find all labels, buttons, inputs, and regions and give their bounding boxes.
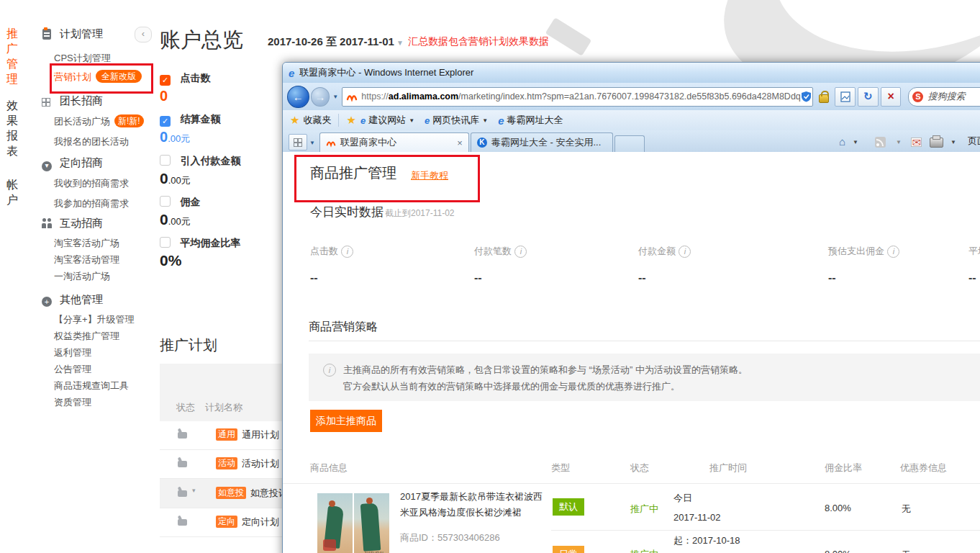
- forward-button[interactable]: →: [311, 87, 330, 107]
- ie-titlebar[interactable]: e 联盟商家中心 - Windows Internet Explorer: [283, 63, 980, 83]
- vnav-item-promotion-manage[interactable]: 推广管理: [6, 26, 19, 86]
- menu-group-leader-recruit[interactable]: 团长招商: [60, 94, 103, 108]
- stop-button[interactable]: ×: [881, 87, 902, 107]
- web-slices-icon: e: [425, 115, 430, 126]
- plans-section-title: 推广计划: [160, 336, 217, 355]
- close-tab-icon[interactable]: ×: [457, 138, 463, 148]
- menu-item-joined-demands[interactable]: 我参加的招商需求: [54, 197, 129, 210]
- plan-name[interactable]: 通用计划: [242, 428, 279, 441]
- column-commission-rate: 佣金比率: [825, 462, 862, 475]
- menu-item-taobaoke-activity-manage[interactable]: 淘宝客活动管理: [54, 253, 119, 266]
- checkbox-settlement[interactable]: ✓: [160, 116, 171, 127]
- home-caret-icon[interactable]: ▼: [853, 139, 858, 145]
- promo-time-line2: 2017-11-02: [673, 512, 721, 523]
- menu-item-rebate-manage[interactable]: 返利管理: [54, 346, 91, 359]
- suggested-sites-button[interactable]: 建议网站: [368, 114, 406, 127]
- product-image[interactable]: ~NATURAL~: [317, 493, 389, 553]
- metric-label-commission: 佣金: [180, 196, 200, 207]
- info-icon[interactable]: i: [679, 246, 691, 258]
- product-title[interactable]: 2017夏季最新长款吊带连衣裙波西米亚风格海边度假长裙沙滩裙: [400, 489, 543, 521]
- info-icon[interactable]: i: [341, 246, 353, 258]
- tab-alliance-center[interactable]: 联盟商家中心 ×: [319, 132, 469, 152]
- column-coupon-info: 优惠券信息: [900, 462, 947, 475]
- info-icon[interactable]: i: [887, 246, 899, 258]
- stat-value: --: [828, 271, 836, 284]
- thumb-up-icon[interactable]: [178, 432, 187, 439]
- menu-item-announcement-manage[interactable]: 公告管理: [54, 363, 91, 376]
- refresh-button[interactable]: ↻: [858, 87, 879, 107]
- menu-item-rights-promotion[interactable]: 权益类推广管理: [54, 330, 119, 343]
- status-promoting: 推广中: [630, 503, 658, 516]
- today-data-title: 今日实时数据: [310, 204, 384, 220]
- duba-site-button[interactable]: 毒霸网址大全: [507, 114, 563, 127]
- page-menu-button[interactable]: 页面: [968, 135, 980, 148]
- mail-icon[interactable]: ✉: [911, 138, 922, 147]
- url-scheme: https://: [361, 91, 389, 102]
- home-icon[interactable]: ⌂: [839, 135, 845, 148]
- menu-group-interactive-recruit[interactable]: 互动招商: [60, 217, 103, 230]
- url-path: /marketing/index.htm?spm=a21an.7676007.1…: [458, 91, 801, 102]
- quick-tabs-button[interactable]: [289, 134, 307, 150]
- recent-pages-caret-icon[interactable]: ▼: [332, 94, 338, 100]
- metric-value-settlement: 0.00元: [160, 129, 190, 145]
- duba-site-icon: e: [498, 114, 504, 127]
- compatibility-view-button[interactable]: [835, 87, 856, 107]
- web-slices-button[interactable]: 网页快讯库: [432, 114, 479, 127]
- new-tab-stub[interactable]: [614, 135, 645, 152]
- add-favorite-star-icon[interactable]: ★: [346, 114, 355, 127]
- sidebar-collapse-button[interactable]: ‹: [135, 27, 152, 42]
- menu-item-violation-query-tool[interactable]: 商品违规查询工具: [54, 379, 129, 392]
- search-box[interactable]: S 搜狗搜索: [908, 87, 980, 107]
- date-range-selector[interactable]: 2017-10-26 至 2017-11-01▼: [268, 35, 404, 49]
- checkbox-intro-payment[interactable]: [160, 155, 171, 166]
- ie-window-title: 联盟商家中心 - Windows Internet Explorer: [299, 66, 473, 79]
- caret-down-icon: ▼: [396, 39, 404, 47]
- sogou-logo-icon: S: [912, 91, 923, 102]
- favorites-star-icon[interactable]: ★: [290, 114, 299, 127]
- back-button[interactable]: ←: [287, 86, 309, 108]
- favorites-bar: ★ 收藏夹 ★ e 建议网站 ▼ e 网页快讯库 ▼ e 毒霸网址大全: [283, 110, 980, 130]
- metric-label-intro-payment: 引入付款金额: [180, 155, 240, 166]
- printer-icon[interactable]: [930, 138, 943, 148]
- plan-name[interactable]: 定向计划: [242, 516, 279, 529]
- address-bar[interactable]: https://ad.alimama.com/marketing/index.h…: [342, 87, 812, 107]
- search-engine-label: 搜狗搜索: [927, 90, 965, 103]
- menu-item-etao-activity-plaza[interactable]: 一淘活动广场: [54, 270, 110, 283]
- caret-down-icon[interactable]: ▼: [409, 117, 414, 124]
- menu-group-plan-manage[interactable]: 计划管理: [60, 27, 103, 41]
- favorites-button[interactable]: 收藏夹: [303, 114, 331, 127]
- tab-list-caret-icon[interactable]: ▼: [309, 140, 315, 146]
- caret-down-icon[interactable]: ▾: [192, 487, 196, 494]
- annotation-box-title: [294, 155, 480, 202]
- type-badge-daily: 日常: [553, 546, 584, 553]
- printer-caret-icon[interactable]: ▼: [950, 139, 956, 145]
- type-badge-default: 默认: [553, 498, 584, 516]
- menu-item-taobaoke-activity-plaza[interactable]: 淘宝客活动广场: [54, 237, 119, 250]
- menu-group-targeted-recruit[interactable]: 定向招商: [60, 156, 103, 170]
- vnav-item-effect-report[interactable]: 效果报表: [6, 98, 19, 158]
- menu-item-my-leader-activities[interactable]: 我报名的团长活动: [54, 135, 129, 148]
- menu-item-leader-activity-plaza[interactable]: 团长活动广场: [54, 116, 110, 127]
- rss-icon[interactable]: [875, 137, 886, 148]
- menu-item-qualification-manage[interactable]: 资质管理: [54, 396, 91, 409]
- checkbox-commission[interactable]: [160, 196, 171, 207]
- info-icon[interactable]: i: [514, 246, 527, 258]
- thumb-up-icon[interactable]: [178, 519, 187, 526]
- plan-type-badge: 定向: [216, 516, 237, 528]
- plan-name[interactable]: 活动计划: [242, 457, 279, 470]
- security-shield-icon[interactable]: [801, 91, 812, 102]
- menu-item-received-demands[interactable]: 我收到的招商需求: [54, 177, 129, 190]
- tab-duba-site[interactable]: K 毒霸网址大全 - 安全实用...: [471, 132, 613, 152]
- sidebar-menu: 计划管理 ‹ CPS计划管理 营销计划全新改版 团长招商 团长活动广场新!新! …: [32, 0, 151, 553]
- thumb-up-icon[interactable]: [178, 461, 187, 467]
- checkbox-avg-commission-rate[interactable]: [160, 237, 171, 248]
- menu-item-share-upgrade[interactable]: 【分享+】升级管理: [54, 313, 135, 326]
- add-main-product-button[interactable]: 添加主推商品: [310, 410, 382, 432]
- caret-down-icon[interactable]: ▼: [482, 117, 488, 124]
- rss-caret-icon[interactable]: ▼: [896, 139, 902, 145]
- vnav-item-account[interactable]: 帐户: [6, 177, 19, 207]
- column-type: 类型: [551, 462, 570, 475]
- thumb-up-icon[interactable]: [178, 490, 187, 497]
- menu-group-other-manage[interactable]: 其他管理: [60, 293, 103, 307]
- checkbox-clicks[interactable]: ✓: [160, 75, 171, 86]
